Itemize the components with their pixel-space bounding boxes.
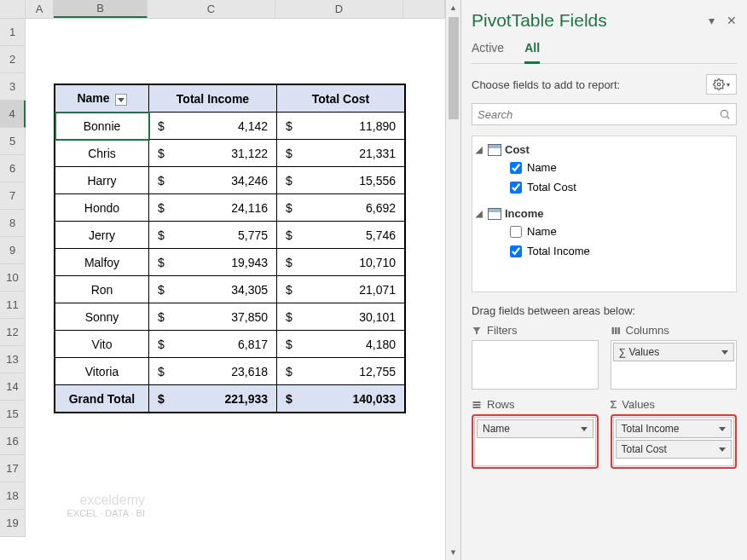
pivot-income-cell[interactable]: $4,142 bbox=[149, 113, 277, 140]
col-header-c[interactable]: C bbox=[148, 0, 275, 18]
pivot-name-cell[interactable]: Hondo bbox=[55, 194, 149, 222]
row-header-19[interactable]: 19 bbox=[0, 510, 26, 537]
chevron-down-icon[interactable] bbox=[719, 427, 726, 431]
field-group-header[interactable]: ◢Cost bbox=[476, 141, 733, 158]
rows-dropzone[interactable]: Name bbox=[474, 417, 596, 466]
pane-dropdown-icon[interactable]: ▾ bbox=[709, 14, 715, 27]
tab-active[interactable]: Active bbox=[472, 38, 504, 63]
pivot-cost-cell[interactable]: $6,692 bbox=[277, 194, 405, 222]
field-item[interactable]: Total Cost bbox=[476, 177, 733, 197]
row-header-11[interactable]: 11 bbox=[0, 292, 26, 319]
field-label: Name bbox=[527, 225, 557, 238]
values-dropzone[interactable]: Total IncomeTotal Cost bbox=[613, 417, 735, 466]
field-item[interactable]: Name bbox=[476, 222, 733, 241]
field-checkbox[interactable] bbox=[510, 182, 522, 193]
pivot-name-cell[interactable]: Chris bbox=[55, 140, 149, 167]
row-header-10[interactable]: 10 bbox=[0, 264, 26, 292]
pivot-name-cell[interactable]: Harry bbox=[55, 167, 149, 194]
row-header-17[interactable]: 17 bbox=[0, 455, 26, 482]
collapse-icon[interactable]: ◢ bbox=[476, 145, 484, 154]
zone-pill[interactable]: Total Income bbox=[616, 419, 733, 438]
pivot-cost-cell[interactable]: $21,071 bbox=[277, 276, 405, 303]
pivot-cost-cell[interactable]: $11,890 bbox=[277, 113, 405, 140]
pivot-cost-cell[interactable]: $4,180 bbox=[277, 331, 405, 358]
pivot-income-cell[interactable]: $5,775 bbox=[149, 222, 277, 249]
pivot-name-cell[interactable]: Jerry bbox=[55, 222, 149, 249]
chevron-down-icon[interactable] bbox=[581, 427, 588, 431]
field-group-header[interactable]: ◢Income bbox=[476, 205, 733, 222]
select-all-corner[interactable] bbox=[0, 0, 26, 18]
pivot-cost-cell[interactable]: $15,556 bbox=[277, 167, 405, 194]
pivot-income-cell[interactable]: $23,618 bbox=[149, 358, 277, 385]
field-checkbox[interactable] bbox=[510, 162, 522, 174]
pivot-name-cell[interactable]: Ron bbox=[55, 276, 149, 303]
pivot-name-cell[interactable]: Bonnie bbox=[55, 113, 149, 140]
field-tree[interactable]: ◢CostNameTotal Cost◢IncomeNameTotal Inco… bbox=[472, 136, 737, 292]
row-header-1[interactable]: 1 bbox=[0, 19, 26, 46]
grand-total-income[interactable]: $221,933 bbox=[149, 385, 277, 413]
row-header-12[interactable]: 12 bbox=[0, 319, 26, 346]
chevron-down-icon[interactable] bbox=[721, 350, 728, 355]
pivot-income-cell[interactable]: $34,246 bbox=[149, 167, 277, 194]
field-item[interactable]: Total Income bbox=[476, 241, 733, 261]
collapse-icon[interactable]: ◢ bbox=[476, 209, 484, 218]
row-header-16[interactable]: 16 bbox=[0, 428, 26, 455]
pivot-cost-cell[interactable]: $21,331 bbox=[277, 140, 405, 167]
col-header-b[interactable]: B bbox=[54, 0, 148, 18]
columns-dropzone[interactable]: ∑ Values bbox=[611, 340, 738, 390]
pane-title: PivotTable Fields bbox=[472, 10, 607, 31]
col-header-rest[interactable] bbox=[403, 0, 445, 18]
pivot-name-cell[interactable]: Sonny bbox=[55, 303, 149, 331]
pivot-name-cell[interactable]: Vito bbox=[55, 331, 149, 358]
scroll-thumb[interactable] bbox=[449, 17, 459, 119]
svg-rect-5 bbox=[617, 327, 620, 334]
search-box[interactable] bbox=[472, 103, 737, 125]
row-header-5[interactable]: 5 bbox=[0, 128, 26, 155]
field-item[interactable]: Name bbox=[476, 158, 733, 177]
row-header-3[interactable]: 3 bbox=[0, 73, 26, 101]
pivot-income-cell[interactable]: $31,122 bbox=[149, 140, 277, 167]
row-header-18[interactable]: 18 bbox=[0, 482, 26, 510]
zone-pill[interactable]: Total Cost bbox=[616, 440, 733, 459]
tab-all[interactable]: All bbox=[524, 38, 540, 64]
row-header-15[interactable]: 15 bbox=[0, 401, 26, 428]
grand-total-label[interactable]: Grand Total bbox=[55, 385, 149, 413]
field-checkbox[interactable] bbox=[510, 226, 522, 238]
row-header-4[interactable]: 4 bbox=[0, 101, 26, 128]
chevron-down-icon[interactable] bbox=[719, 447, 726, 452]
pane-close-icon[interactable]: ✕ bbox=[727, 14, 737, 27]
row-header-2[interactable]: 2 bbox=[0, 46, 26, 73]
row-header-8[interactable]: 8 bbox=[0, 210, 26, 237]
row-header-9[interactable]: 9 bbox=[0, 237, 26, 264]
pivot-income-cell[interactable]: $37,850 bbox=[149, 303, 277, 331]
grid[interactable]: Name Total Income Total Cost Bonnie$4,14… bbox=[26, 19, 445, 560]
vertical-scrollbar[interactable]: ▲ ▼ bbox=[445, 0, 460, 560]
pivot-income-cell[interactable]: $6,817 bbox=[149, 331, 277, 358]
scroll-down-icon[interactable]: ▼ bbox=[446, 545, 460, 560]
pivot-cost-cell[interactable]: $5,746 bbox=[277, 222, 405, 249]
scroll-up-icon[interactable]: ▲ bbox=[446, 0, 460, 15]
pivot-income-cell[interactable]: $19,943 bbox=[149, 249, 277, 276]
search-input[interactable] bbox=[478, 108, 719, 121]
zone-pill[interactable]: Name bbox=[477, 419, 594, 438]
grand-total-cost[interactable]: $140,033 bbox=[277, 385, 405, 413]
pivot-income-cell[interactable]: $34,305 bbox=[149, 276, 277, 303]
pivot-cost-cell[interactable]: $30,101 bbox=[277, 303, 405, 331]
pivot-header-name[interactable]: Name bbox=[55, 85, 149, 113]
row-header-13[interactable]: 13 bbox=[0, 346, 26, 373]
row-header-7[interactable]: 7 bbox=[0, 182, 26, 210]
pivot-cost-cell[interactable]: $12,755 bbox=[277, 358, 405, 385]
zone-pill[interactable]: ∑ Values bbox=[613, 343, 735, 361]
filters-dropzone[interactable] bbox=[472, 340, 599, 390]
col-header-a[interactable]: A bbox=[26, 0, 54, 18]
filter-dropdown-icon[interactable] bbox=[115, 94, 127, 106]
col-header-d[interactable]: D bbox=[275, 0, 403, 18]
row-header-6[interactable]: 6 bbox=[0, 155, 26, 182]
tools-button[interactable]: ▾ bbox=[706, 74, 737, 95]
pivot-income-cell[interactable]: $24,116 bbox=[149, 194, 277, 222]
pivot-name-cell[interactable]: Malfoy bbox=[55, 249, 149, 276]
pivot-cost-cell[interactable]: $10,710 bbox=[277, 249, 405, 276]
pivot-name-cell[interactable]: Vitoria bbox=[55, 358, 149, 385]
field-checkbox[interactable] bbox=[510, 245, 522, 257]
row-header-14[interactable]: 14 bbox=[0, 373, 26, 401]
